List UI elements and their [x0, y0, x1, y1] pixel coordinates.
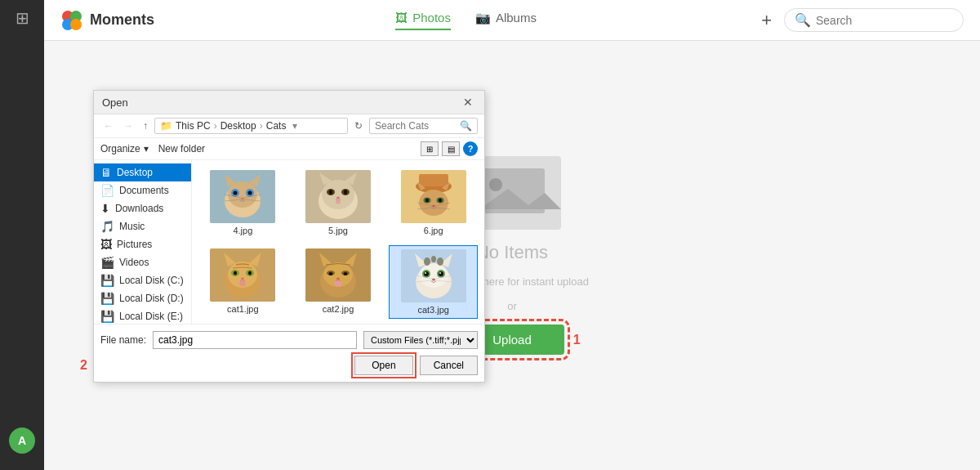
file-dialog-overlay: Open ✕ ← → ↑ 📁 This PC › Desktop › Cats [93, 90, 485, 383]
sidebar-item-music[interactable]: 🎵 Music [94, 217, 191, 235]
svg-point-29 [329, 190, 332, 195]
file-thumb-6jpg [401, 170, 466, 223]
app-sidebar: ⊞ A [0, 0, 44, 470]
svg-point-43 [432, 205, 435, 208]
svg-rect-35 [419, 174, 448, 186]
sidebar-item-videos-label: Videos [119, 257, 149, 268]
breadcrumb-desktop: Desktop [220, 120, 256, 132]
photos-icon: 🖼 [395, 11, 408, 25]
search-cats-input[interactable] [375, 120, 457, 132]
file-name-cat2jpg: cat2.jpg [323, 304, 354, 314]
search-box: 🔍 [784, 8, 964, 32]
sidebar-item-downloads-label: Downloads [115, 203, 163, 214]
sidebar-item-diske-label: Local Disk (E:) [119, 311, 183, 322]
breadcrumb-dropdown[interactable]: ▾ [292, 120, 297, 132]
svg-point-57 [241, 278, 244, 280]
sidebar-item-diskd-label: Local Disk (D:) [119, 293, 184, 304]
sidebar-item-diske[interactable]: 💾 Local Disk (E:) [94, 307, 191, 324]
sidebar-item-downloads[interactable]: ⬇ Downloads [94, 199, 191, 217]
file-item-cat1jpg[interactable]: cat1.jpg [198, 245, 287, 319]
search-cats-icon: 🔍 [460, 120, 472, 132]
sidebar-item-diskc[interactable]: 💾 Local Disk (C:) [94, 271, 191, 289]
sidebar-item-pictures-label: Pictures [117, 239, 152, 250]
add-button[interactable]: + [761, 10, 772, 31]
view-list-button[interactable]: ▤ [442, 141, 460, 156]
dialog-title: Open [102, 96, 128, 109]
file-item-cat3jpg[interactable]: cat3.jpg [389, 245, 478, 319]
main-area: Moments 🖼 Photos 📷 Albums + 🔍 [44, 0, 980, 470]
open-button[interactable]: Open [354, 356, 412, 375]
file-item-6jpg[interactable]: 6.jpg [389, 167, 478, 239]
file-name-4jpg: 4.jpg [233, 226, 252, 235]
filetype-select[interactable]: Custom Files (*.tiff;*.pjp;*.jfif;*.b... [363, 331, 478, 349]
cancel-button[interactable]: Cancel [420, 356, 478, 375]
breadcrumb-bar: 📁 This PC › Desktop › Cats ▾ [154, 118, 348, 134]
nav-forward-button[interactable]: → [120, 119, 136, 133]
svg-point-75 [424, 257, 430, 266]
search-cats-box: 🔍 [369, 118, 478, 134]
svg-point-69 [334, 281, 341, 287]
dialog-close-button[interactable]: ✕ [460, 96, 476, 109]
nav-back-button[interactable]: ← [100, 119, 117, 133]
file-item-cat2jpg[interactable]: cat2.jpg [294, 245, 383, 319]
view-controls: ⊞ ▤ ? [421, 141, 478, 156]
help-button[interactable]: ? [463, 141, 478, 156]
file-item-4jpg[interactable]: 4.jpg [198, 167, 287, 239]
svg-point-36 [419, 190, 448, 216]
nav-tabs: 🖼 Photos 📷 Albums [187, 11, 745, 30]
filename-input[interactable] [153, 331, 357, 349]
search-input[interactable] [816, 14, 953, 27]
tab-photos-label: Photos [412, 11, 451, 25]
svg-point-55 [234, 271, 237, 275]
albums-icon: 📷 [475, 11, 491, 25]
sidebar-item-desktop-label: Desktop [117, 167, 153, 178]
filename-row: File name: Custom Files (*.tiff;*.pjp;*.… [100, 331, 478, 349]
svg-point-17 [241, 198, 244, 200]
view-grid-button[interactable]: ⊞ [421, 141, 439, 156]
dialog-sidebar: 🖥 Desktop 📄 Documents ⬇ Downloads 🎵 [94, 160, 192, 324]
search-icon: 🔍 [795, 12, 811, 28]
tab-photos[interactable]: 🖼 Photos [395, 11, 451, 30]
avatar[interactable]: A [9, 427, 35, 454]
music-icon: 🎵 [100, 220, 114, 233]
desktop-icon: 🖥 [100, 166, 112, 179]
nav-up-button[interactable]: ↑ [140, 119, 151, 133]
dialog-titlebar: Open ✕ [94, 91, 484, 114]
svg-point-16 [248, 191, 252, 195]
sidebar-item-desktop[interactable]: 🖥 Desktop [94, 163, 191, 181]
refresh-button[interactable]: ↻ [351, 119, 366, 133]
tab-albums[interactable]: 📷 Albums [475, 11, 537, 30]
sidebar-item-pictures[interactable]: 🖼 Pictures [94, 235, 191, 253]
svg-point-3 [70, 19, 82, 30]
app-name: Moments [90, 11, 154, 29]
upload-number-label: 1 [573, 333, 581, 347]
svg-point-24 [322, 180, 354, 209]
sidebar-item-diskd[interactable]: 💾 Local Disk (D:) [94, 289, 191, 307]
sidebar-item-videos[interactable]: 🎬 Videos [94, 253, 191, 271]
dialog-toolbar: ← → ↑ 📁 This PC › Desktop › Cats ▾ ↻ [94, 114, 484, 138]
new-folder-button[interactable]: New folder [158, 143, 205, 154]
no-items-title: No Items [476, 242, 548, 263]
or-divider: or [507, 300, 517, 312]
file-name-cat3jpg: cat3.jpg [417, 305, 449, 315]
grid-icon[interactable]: ⊞ [16, 8, 29, 28]
videos-icon: 🎬 [100, 256, 114, 269]
breadcrumb-sep1: › [214, 120, 217, 132]
documents-icon: 📄 [100, 184, 114, 197]
breadcrumb-folder-icon: 📁 [160, 120, 172, 132]
svg-point-30 [344, 190, 347, 195]
file-name-6jpg: 6.jpg [424, 226, 443, 235]
pictures-icon: 🖼 [100, 238, 112, 251]
svg-point-66 [328, 272, 332, 275]
svg-point-56 [248, 271, 252, 275]
footer-buttons: 2 Open Cancel [100, 356, 478, 375]
organize-button[interactable]: Organize ▾ [100, 143, 149, 154]
sidebar-item-documents[interactable]: 📄 Documents [94, 181, 191, 199]
diske-icon: 💾 [100, 310, 114, 323]
open-number-label: 2 [80, 358, 87, 373]
breadcrumb-cats: Cats [266, 120, 287, 132]
file-item-5jpg[interactable]: 5.jpg [294, 167, 383, 239]
topbar-right: + 🔍 [761, 8, 964, 32]
svg-point-32 [336, 200, 341, 204]
breadcrumb-pc: This PC [176, 120, 211, 132]
